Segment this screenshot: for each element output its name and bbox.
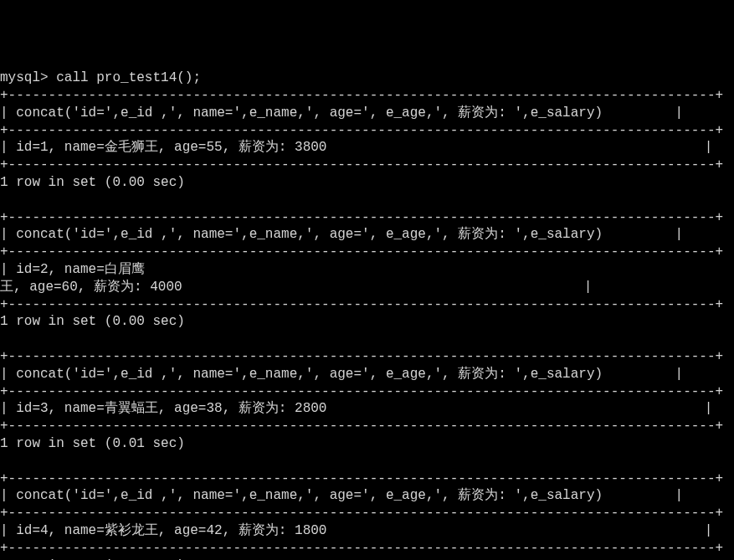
result-row: id=4, name=紫衫龙王, age=42, 薪资为: 1800 — [16, 523, 326, 538]
row-status: 1 row in set (0.01 sec) — [0, 436, 185, 451]
table-border: +---------------------------------------… — [0, 123, 723, 138]
result-row: id=1, name=金毛狮王, age=55, 薪资为: 3800 — [16, 140, 326, 155]
table-border: +---------------------------------------… — [0, 244, 723, 259]
table-border: +---------------------------------------… — [0, 419, 723, 434]
sql-command: call pro_test14(); — [56, 70, 201, 85]
column-header: concat('id=',e_id ,', name=',e_name,', a… — [16, 367, 603, 382]
mysql-prompt: mysql> — [0, 70, 56, 85]
row-status: 1 row in set (0.00 sec) — [0, 314, 185, 329]
table-border: +---------------------------------------… — [0, 297, 723, 312]
table-border: +---------------------------------------… — [0, 471, 723, 486]
table-border: +---------------------------------------… — [0, 349, 723, 364]
result-row-part1: id=2, name=白眉鹰 — [16, 262, 145, 277]
table-border: +---------------------------------------… — [0, 157, 723, 172]
table-border: +---------------------------------------… — [0, 210, 723, 225]
terminal-output: mysql> call pro_test14(); +-------------… — [0, 69, 734, 560]
table-border: +---------------------------------------… — [0, 541, 723, 556]
table-border: +---------------------------------------… — [0, 384, 723, 399]
column-header: concat('id=',e_id ,', name=',e_name,', a… — [16, 227, 603, 242]
column-header: concat('id=',e_id ,', name=',e_name,', a… — [16, 105, 603, 121]
table-border: +---------------------------------------… — [0, 88, 723, 103]
column-header: concat('id=',e_id ,', name=',e_name,', a… — [16, 488, 603, 503]
result-row: id=3, name=青翼蝠王, age=38, 薪资为: 2800 — [16, 401, 326, 416]
result-row-part2: 王, age=60, 薪资为: 4000 — [0, 280, 182, 295]
table-border: +---------------------------------------… — [0, 506, 723, 521]
row-status: 1 row in set (0.00 sec) — [0, 175, 185, 190]
